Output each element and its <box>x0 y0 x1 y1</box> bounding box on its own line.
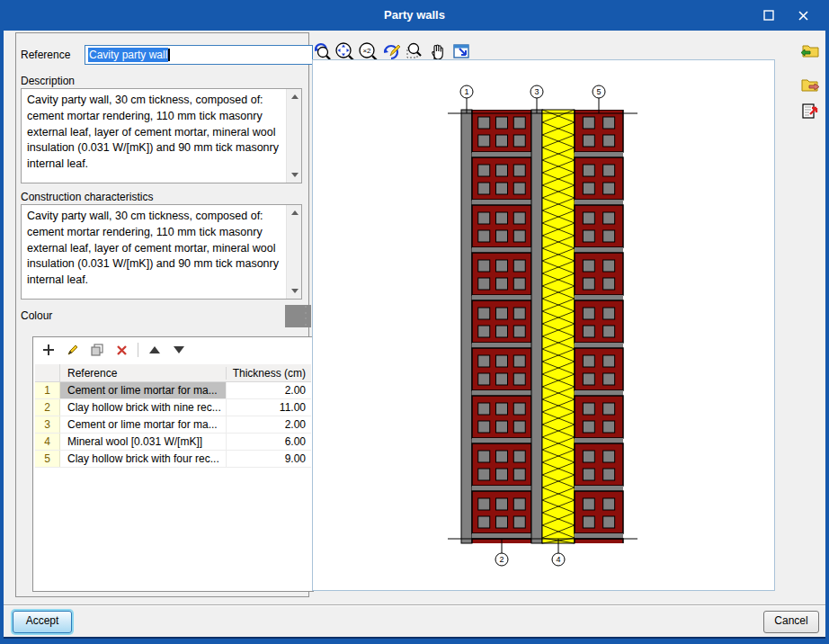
reference-selected-text: Cavity party wall <box>88 48 168 62</box>
text-caret <box>168 49 170 61</box>
export-file-button[interactable] <box>798 100 822 121</box>
folder-export-icon <box>799 75 821 94</box>
view-toolbar: ×2 <box>310 40 472 61</box>
scroll-up-icon[interactable] <box>287 205 302 220</box>
properties-panel: Reference Cavity party wall Description … <box>15 32 309 597</box>
row-reference-cell[interactable]: Cement or lime mortar for ma... <box>60 416 227 433</box>
plus-icon <box>41 343 56 357</box>
redraw-button[interactable] <box>380 40 402 61</box>
construction-textarea[interactable]: Cavity party wall, 30 cm tickness, compo… <box>21 204 302 300</box>
zoom-window-icon <box>405 41 424 61</box>
folder-import-icon <box>799 40 821 60</box>
description-scrollbar[interactable] <box>286 89 301 183</box>
row-reference-cell[interactable]: Clay hollow brick with four rec... <box>60 451 227 467</box>
toolbar-separator <box>138 343 138 357</box>
svg-text:3: 3 <box>534 87 539 96</box>
import-from-library-button[interactable] <box>798 40 822 61</box>
document-export-icon <box>799 100 821 121</box>
col-header-thickness[interactable]: Thickness (cm) <box>227 367 311 380</box>
construction-scrollbar[interactable] <box>286 205 301 299</box>
close-icon <box>798 10 809 22</box>
table-row[interactable]: 1 Cement or lime mortar for ma... 2.00 <box>35 382 311 399</box>
arrow-up-icon <box>148 344 161 355</box>
zoom-2x-button[interactable]: ×2 <box>357 40 379 61</box>
dialog-title: Party walls <box>0 8 829 22</box>
row-thickness-cell[interactable]: 2.00 <box>227 416 311 433</box>
wall-section-canvas[interactable]: 12345 <box>312 59 775 591</box>
svg-text:×2: ×2 <box>362 47 371 55</box>
row-thickness-cell[interactable]: 11.00 <box>227 399 311 416</box>
zoom-previous-button[interactable] <box>310 40 332 61</box>
scroll-down-icon[interactable] <box>287 167 302 183</box>
row-number-cell[interactable]: 4 <box>35 434 60 450</box>
layers-toolbar <box>33 337 313 362</box>
layers-table-panel: Reference Thickness (cm) 1 Cement or lim… <box>32 336 314 592</box>
copy-layer-button[interactable] <box>89 342 105 358</box>
close-button[interactable] <box>789 5 816 25</box>
window-bottom-edge <box>4 637 825 639</box>
row-thickness-cell[interactable]: 2.00 <box>227 382 311 398</box>
grid-header: Reference Thickness (cm) <box>35 364 311 382</box>
construction-label: Construction characteristics <box>21 191 153 203</box>
zoom-2x-icon: ×2 <box>358 41 378 61</box>
pencil-icon <box>66 343 80 357</box>
move-down-button[interactable] <box>171 342 187 358</box>
full-window-icon <box>451 41 471 61</box>
copy-icon <box>90 343 104 357</box>
table-row[interactable]: 3 Cement or lime mortar for ma... 2.00 <box>35 416 311 434</box>
redraw-icon <box>381 41 401 61</box>
cancel-button[interactable]: Cancel <box>763 611 819 633</box>
row-reference-cell[interactable]: Clay hollow brick with nine rec... <box>60 399 227 416</box>
table-row[interactable]: 2 Clay hollow brick with nine rec... 11.… <box>35 399 311 416</box>
table-row[interactable]: 5 Clay hollow brick with four rec... 9.0… <box>35 451 311 468</box>
colour-label: Colour <box>21 309 52 322</box>
table-row[interactable]: 4 Mineral wool [0.031 W/[mK]] 6.00 <box>35 434 311 451</box>
zoom-window-button[interactable] <box>404 40 425 61</box>
row-reference-cell[interactable]: Cement or lime mortar for ma... <box>60 382 227 398</box>
add-layer-button[interactable] <box>40 342 57 358</box>
row-thickness-cell[interactable]: 6.00 <box>227 434 311 450</box>
export-to-library-button[interactable] <box>798 74 822 95</box>
svg-text:2: 2 <box>499 555 504 564</box>
zoom-previous-icon <box>311 41 331 61</box>
dialog-body: Reference Cavity party wall Description … <box>4 31 825 639</box>
description-text: Cavity party wall, 30 cm tickness, compo… <box>27 93 281 173</box>
scroll-down-icon[interactable] <box>287 283 302 299</box>
row-thickness-cell[interactable]: 9.00 <box>227 451 311 467</box>
svg-text:1: 1 <box>464 87 468 96</box>
edit-layer-button[interactable] <box>65 342 81 358</box>
delete-layer-button[interactable] <box>113 342 129 358</box>
row-reference-cell[interactable]: Mineral wool [0.031 W/[mK]] <box>60 434 227 450</box>
pan-button[interactable] <box>427 40 449 61</box>
move-up-button[interactable] <box>147 342 163 358</box>
description-label: Description <box>21 75 75 87</box>
row-number-cell[interactable]: 1 <box>35 382 60 398</box>
reference-label: Reference <box>21 49 70 61</box>
construction-text: Cavity party wall, 30 cm tickness, compo… <box>27 209 281 289</box>
scroll-up-icon[interactable] <box>287 89 302 104</box>
arrow-down-icon <box>173 344 185 355</box>
col-header-reference[interactable]: Reference <box>60 367 227 380</box>
row-number-cell[interactable]: 2 <box>35 399 60 416</box>
zoom-extents-icon <box>334 41 354 61</box>
layers-grid: Reference Thickness (cm) 1 Cement or lim… <box>35 364 311 468</box>
wall-drawing: 12345 <box>313 60 774 590</box>
row-number-cell[interactable]: 3 <box>35 416 60 433</box>
full-window-button[interactable] <box>450 40 472 61</box>
maximize-button[interactable] <box>755 5 782 25</box>
zoom-extents-button[interactable] <box>334 40 355 61</box>
description-textarea[interactable]: Cavity party wall, 30 cm tickness, compo… <box>21 88 302 183</box>
svg-text:5: 5 <box>596 87 601 96</box>
bottom-separator <box>4 604 825 606</box>
pan-hand-icon <box>428 41 448 61</box>
title-bar[interactable]: Party walls <box>0 0 829 31</box>
reference-input[interactable]: Cavity party wall <box>85 45 313 65</box>
delete-x-icon <box>115 344 129 357</box>
col-header-num <box>35 364 60 381</box>
row-number-cell[interactable]: 5 <box>35 451 60 467</box>
accept-button[interactable]: Accept <box>13 611 72 633</box>
drag-grip-icon[interactable] <box>303 306 308 326</box>
layers-table-body: 1 Cement or lime mortar for ma... 2.00 2… <box>35 382 311 468</box>
party-walls-dialog: Party walls Reference Cavity party wall … <box>0 0 829 644</box>
svg-text:4: 4 <box>556 555 560 564</box>
